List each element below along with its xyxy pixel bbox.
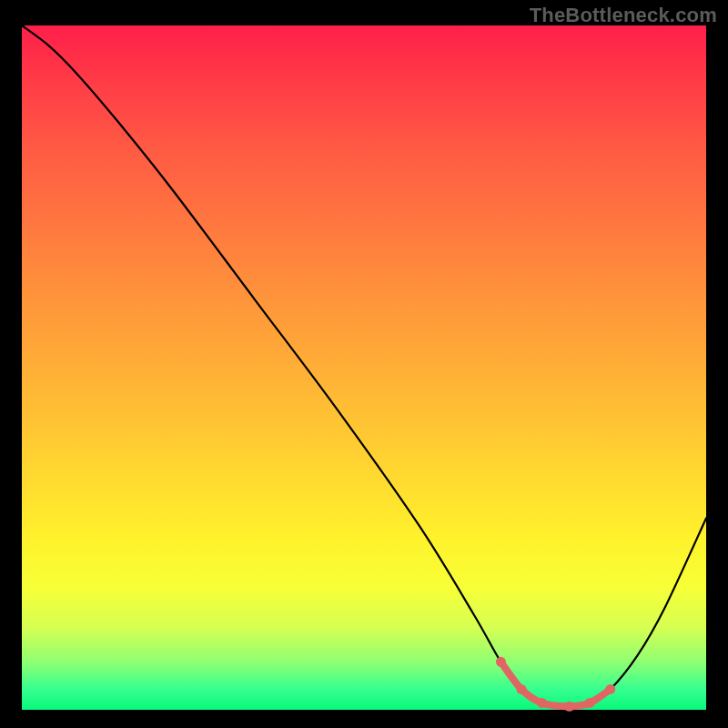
plot-area	[22, 25, 706, 710]
highlight-dot	[516, 684, 526, 694]
chart-overlay	[22, 25, 706, 710]
optimal-range-highlight	[500, 662, 610, 706]
highlight-dot	[605, 684, 615, 694]
highlight-dot	[537, 698, 547, 708]
bottleneck-curve	[22, 25, 706, 706]
chart-frame: TheBottleneck.com	[0, 0, 728, 728]
highlight-dot	[496, 657, 506, 667]
highlight-dot	[564, 702, 574, 712]
highlight-dot	[585, 698, 595, 708]
watermark-text: TheBottleneck.com	[530, 4, 717, 27]
